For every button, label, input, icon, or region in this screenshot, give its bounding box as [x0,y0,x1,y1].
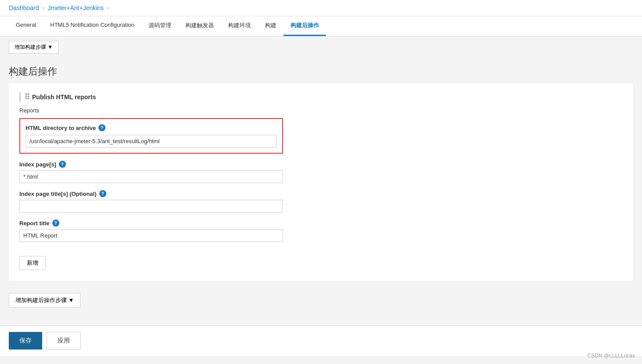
html-directory-input[interactable] [25,135,277,148]
add-build-step-button[interactable]: 增加构建步骤 ▼ [9,41,58,54]
html-directory-label: HTML directory to archive ? [25,124,277,131]
index-page-title-label: Index page title[s] (Optional) ? [19,190,623,197]
index-pages-group: Index page[s] ? [19,161,623,183]
html-directory-box: HTML directory to archive ? [19,118,283,154]
save-button[interactable]: 保存 [9,332,42,350]
section-heading: 构建后操作 [9,58,633,83]
csdn-watermark: CSDN @LLLLLucas [588,353,635,356]
main-content: 增加构建步骤 ▼ 构建后操作 ⠿ Publish HTML reports Re… [0,36,642,322]
tab-bar: General HTML5 Notification Configuration… [0,16,642,36]
report-title-input[interactable] [19,229,283,242]
tab-post-build[interactable]: 构建后操作 [283,16,326,36]
report-title-label: Report title ? [19,220,623,227]
add-post-step-button[interactable]: 增加构建后操作步骤 ▼ [9,293,80,308]
breadcrumb-project[interactable]: Jmeter+Ant+Jenkins [48,4,104,11]
breadcrumb: Dashboard › Jmeter+Ant+Jenkins › [0,0,642,16]
index-page-title-input[interactable] [19,200,283,213]
plugin-drag-handle: ⠿ [24,92,29,102]
index-page-title-help-icon[interactable]: ? [99,190,106,197]
index-page-title-group: Index page title[s] (Optional) ? [19,190,623,213]
tab-build-env[interactable]: 构建环境 [221,16,258,36]
report-title-help-icon[interactable]: ? [52,220,59,227]
plugin-title: ⠿ Publish HTML reports [19,92,623,102]
index-pages-input[interactable] [19,170,283,183]
tab-source-management[interactable]: 源码管理 [141,16,178,36]
save-area: 保存 应用 [0,325,642,356]
tab-html5-notification[interactable]: HTML5 Notification Configuration [43,16,141,36]
reports-label: Reports [19,107,623,114]
tab-build-triggers[interactable]: 构建触发器 [178,16,221,36]
index-pages-help-icon[interactable]: ? [59,161,66,168]
tab-general[interactable]: General [9,16,43,36]
breadcrumb-sep-1: › [43,5,44,11]
publish-html-card: ⠿ Publish HTML reports Reports HTML dire… [9,83,633,281]
add-step-area-top: 增加构建步骤 ▼ [9,36,633,58]
tab-build[interactable]: 构建 [258,16,283,36]
apply-button[interactable]: 应用 [47,332,81,350]
report-title-group: Report title ? [19,220,623,242]
add-report-button[interactable]: 新增 [19,256,46,270]
breadcrumb-dashboard[interactable]: Dashboard [9,4,39,11]
bottom-area: 增加构建后操作步骤 ▼ [9,288,633,313]
breadcrumb-sep-2: › [107,5,109,11]
index-pages-label: Index page[s] ? [19,161,623,168]
html-directory-help-icon[interactable]: ? [98,124,105,131]
plugin-title-text: Publish HTML reports [32,94,96,101]
